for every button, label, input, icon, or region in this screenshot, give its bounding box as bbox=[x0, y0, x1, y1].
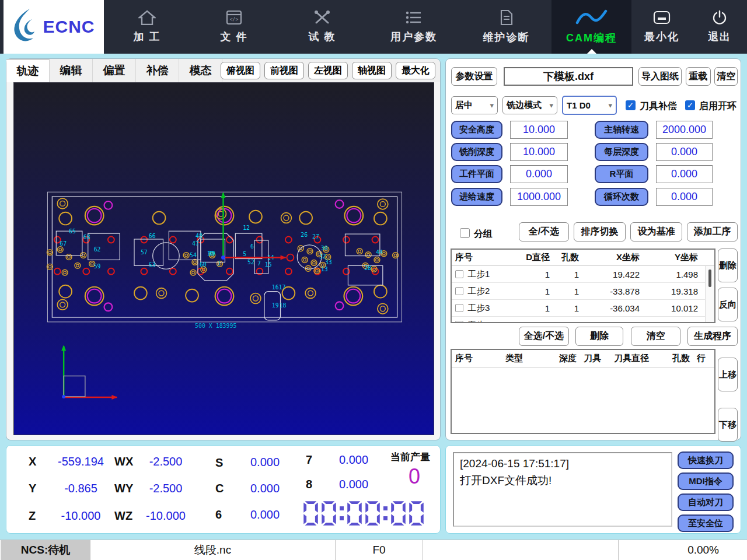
quick-tool-change-button[interactable]: 快速换刀 bbox=[678, 452, 734, 469]
toolbar-item-minimize[interactable]: 最小化 bbox=[631, 0, 692, 54]
toolbar-item-cam[interactable]: CAM编程 bbox=[551, 0, 631, 54]
wz-label: WZ bbox=[114, 509, 132, 523]
safe-height-button[interactable]: 安全高度 bbox=[451, 121, 502, 139]
steps-table[interactable]: 序号 D直径 孔数 X坐标 Y坐标 工步1 1 1 19.422 1.498 工… bbox=[451, 249, 715, 323]
auto-tool-set-button[interactable]: 自动对刀 bbox=[678, 494, 734, 511]
chevron-down-icon: ▾ bbox=[549, 101, 553, 110]
layer-depth-field[interactable]: 0.000 bbox=[656, 143, 713, 161]
svg-text:</>: </> bbox=[230, 17, 239, 22]
sort-toggle-button[interactable]: 排序切换 bbox=[574, 222, 626, 242]
toolbar-item-user-params[interactable]: 用户参数 bbox=[366, 0, 461, 54]
to-safe-position-button[interactable]: 至安全位 bbox=[678, 514, 734, 532]
tab-compensation[interactable]: 补偿 bbox=[136, 59, 179, 82]
svg-text:44: 44 bbox=[376, 249, 383, 256]
svg-text:54: 54 bbox=[190, 252, 197, 258]
cad-canvas[interactable]: 65676862596657534847544960527561012J1415… bbox=[13, 82, 434, 435]
z-axis-value: -10.000 bbox=[50, 507, 111, 524]
align-select[interactable]: 居中▾ bbox=[451, 96, 498, 114]
svg-text:7: 7 bbox=[257, 260, 261, 267]
axis-view-button[interactable]: 轴视图 bbox=[352, 62, 392, 79]
open-loop-checkbox[interactable]: ✓ bbox=[685, 100, 695, 110]
svg-text:19: 19 bbox=[272, 302, 279, 309]
row-checkbox[interactable] bbox=[455, 287, 463, 295]
wy-label: WY bbox=[114, 482, 133, 495]
reverse-button[interactable]: 反向 bbox=[718, 288, 738, 321]
clear-program-button[interactable]: 清空 bbox=[631, 327, 680, 346]
svg-text:33: 33 bbox=[325, 259, 332, 265]
feed-rate-button[interactable]: 进给速度 bbox=[451, 188, 502, 206]
work-plane-field[interactable]: 0.000 bbox=[510, 165, 568, 183]
step-row[interactable]: 工步1 1 1 19.422 1.498 bbox=[452, 266, 714, 283]
maximize-view-button[interactable]: 最大化 bbox=[396, 62, 435, 79]
mill-mode-select[interactable]: 铣边模式▾ bbox=[502, 96, 557, 114]
tab-modal[interactable]: 模态 bbox=[179, 59, 222, 82]
delete-step-button[interactable]: 删除 bbox=[718, 249, 738, 282]
safe-height-field[interactable]: 10.000 bbox=[510, 121, 568, 139]
mill-depth-field[interactable]: 10.000 bbox=[510, 143, 568, 161]
select-all-none2-button[interactable]: 全选/不选 bbox=[519, 327, 569, 346]
toolbar-item-exit[interactable]: 退出 bbox=[692, 0, 747, 54]
svg-text:67: 67 bbox=[60, 240, 67, 247]
param-settings-button[interactable]: 参数设置 bbox=[451, 67, 497, 86]
top-view-button[interactable]: 俯视图 bbox=[221, 62, 260, 79]
r-plane-button[interactable]: R平面 bbox=[595, 165, 648, 183]
row-checkbox[interactable] bbox=[455, 321, 463, 323]
production-value: 0 bbox=[394, 463, 435, 490]
tool-select[interactable]: T1 D0▾ bbox=[562, 96, 617, 115]
delete-program-button[interactable]: 删除 bbox=[575, 327, 623, 346]
move-down-button[interactable]: 下移 bbox=[718, 408, 738, 442]
cycle-count-field[interactable]: 0.000 bbox=[656, 188, 713, 206]
tool-compensation-checkbox[interactable]: ✓ bbox=[626, 100, 636, 110]
spindle-speed-field[interactable]: 2000.000 bbox=[656, 121, 713, 139]
tab-edit[interactable]: 编辑 bbox=[50, 59, 93, 82]
tab-offset[interactable]: 偏置 bbox=[93, 59, 136, 82]
c-label: C bbox=[215, 482, 224, 495]
program-table[interactable]: 序号 类型 深度 刀具 刀具直径 孔数 行 bbox=[451, 349, 715, 434]
toolbar-item-file[interactable]: </> 文 件 bbox=[190, 0, 278, 54]
row-checkbox[interactable] bbox=[455, 270, 463, 278]
mdi-command-button[interactable]: MDI指令 bbox=[678, 473, 734, 490]
step-row[interactable]: 工步3 1 1 -36.034 10.012 bbox=[452, 300, 714, 317]
add-process-button[interactable]: 添加工序 bbox=[687, 222, 738, 242]
svg-text:17: 17 bbox=[279, 284, 286, 290]
left-view-button[interactable]: 左视图 bbox=[308, 62, 348, 79]
svg-text:500 X 183995: 500 X 183995 bbox=[195, 323, 236, 329]
mill-depth-button[interactable]: 铣削深度 bbox=[451, 143, 502, 161]
cad-panel: 轨迹 编辑 偏置 补偿 模态 俯视图 前视图 左视图 轴视图 最大化 65676… bbox=[6, 58, 441, 440]
status-spacer bbox=[423, 540, 619, 560]
cycle-count-button[interactable]: 循环次数 bbox=[595, 188, 648, 206]
program-name: 线段.nc bbox=[90, 540, 336, 560]
r-plane-field[interactable]: 0.000 bbox=[656, 165, 713, 183]
row-checkbox[interactable] bbox=[455, 304, 463, 312]
feed-rate-field[interactable]: 1000.000 bbox=[510, 188, 568, 206]
progress-percent: 0.00% bbox=[619, 540, 747, 560]
import-drawing-button[interactable]: 导入图纸 bbox=[638, 67, 682, 86]
step-row[interactable]: 工步2 1 1 -33.878 19.318 bbox=[452, 283, 714, 300]
front-view-button[interactable]: 前视图 bbox=[264, 62, 304, 79]
svg-text:60: 60 bbox=[200, 261, 207, 268]
clear-button[interactable]: 清空 bbox=[714, 67, 738, 86]
toolbar-item-teach[interactable]: 试 教 bbox=[278, 0, 366, 54]
spindle-speed-button[interactable]: 主轴转速 bbox=[595, 121, 648, 139]
generate-program-button[interactable]: 生成程序 bbox=[687, 327, 738, 346]
status-bar: NCS:待机 线段.nc F0 0.00% bbox=[0, 540, 747, 560]
table-scrollbar[interactable] bbox=[705, 266, 714, 322]
step-row[interactable]: 工步4 1 1 -45.093 7.108 bbox=[452, 317, 714, 323]
select-all-none-button[interactable]: 全/不选 bbox=[519, 222, 569, 242]
chevron-down-icon: ▾ bbox=[490, 101, 494, 110]
tab-trajectory[interactable]: 轨迹 bbox=[6, 59, 50, 82]
toolbar-item-machining[interactable]: 加 工 bbox=[104, 0, 190, 54]
scrollbar-thumb[interactable] bbox=[708, 270, 711, 287]
toolbar-item-maintenance[interactable]: 维护诊断 bbox=[461, 0, 551, 54]
x-axis-label: X bbox=[29, 455, 36, 468]
file-code-icon: </> bbox=[225, 10, 243, 25]
move-up-button[interactable]: 上移 bbox=[718, 358, 738, 391]
group-checkbox[interactable] bbox=[460, 228, 470, 238]
sliders-icon bbox=[406, 10, 422, 25]
work-plane-button[interactable]: 工件平面 bbox=[451, 165, 502, 183]
reload-button[interactable]: 重载 bbox=[686, 67, 711, 86]
log-textarea[interactable]: [2024-06-15 17:51:17] 打开DXF文件成功! bbox=[453, 452, 672, 527]
set-datum-button[interactable]: 设为基准 bbox=[630, 222, 682, 242]
layer-depth-button[interactable]: 每层深度 bbox=[595, 143, 648, 161]
dxf-filename-input[interactable]: 下模板.dxf bbox=[504, 67, 633, 86]
